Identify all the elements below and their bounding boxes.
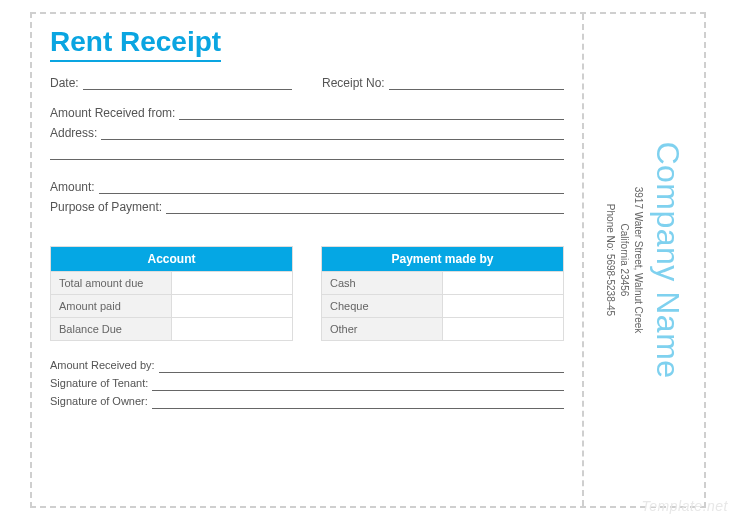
field-address-2 [50, 146, 564, 160]
payment-table: Payment made by Cash Cheque Other [321, 246, 564, 341]
field-amount: Amount: [50, 180, 564, 194]
field-receipt-no: Receipt No: [322, 76, 564, 90]
account-row-0: Total amount due [51, 272, 172, 295]
line-address-2[interactable] [50, 146, 564, 160]
line-purpose[interactable] [166, 200, 564, 214]
payment-val-0[interactable] [443, 272, 564, 295]
field-date: Date: [50, 76, 292, 90]
label-receipt-no: Receipt No: [322, 76, 385, 90]
field-address: Address: [50, 126, 564, 140]
label-amount: Amount: [50, 180, 95, 194]
company-region: California 23456 [617, 50, 631, 470]
label-sig-owner: Signature of Owner: [50, 395, 148, 409]
table-row: Total amount due [51, 272, 293, 295]
payment-row-2: Other [322, 318, 443, 341]
account-row-1: Amount paid [51, 295, 172, 318]
tables-row: Account Total amount due Amount paid Bal… [50, 246, 564, 341]
account-table-wrap: Account Total amount due Amount paid Bal… [50, 246, 293, 341]
table-row: Cash [322, 272, 564, 295]
field-purpose: Purpose of Payment: [50, 200, 564, 214]
company-name: Company Name [649, 50, 686, 470]
line-received-by[interactable] [159, 359, 564, 373]
account-val-1[interactable] [172, 295, 293, 318]
payment-header: Payment made by [322, 247, 564, 272]
label-sig-tenant: Signature of Tenant: [50, 377, 148, 391]
account-val-2[interactable] [172, 318, 293, 341]
line-amount[interactable] [99, 180, 564, 194]
account-table: Account Total amount due Amount paid Bal… [50, 246, 293, 341]
line-address-1[interactable] [101, 126, 564, 140]
label-amount-received-from: Amount Received from: [50, 106, 175, 120]
account-row-2: Balance Due [51, 318, 172, 341]
receipt-main: Rent Receipt Date: Receipt No: Amount Re… [32, 14, 582, 506]
company-phone: Phone No: 5698-5238-45 [603, 50, 617, 470]
label-address: Address: [50, 126, 97, 140]
sig-received-by: Amount Received by: [50, 359, 564, 373]
watermark: Template.net [642, 498, 728, 514]
line-amount-received-from[interactable] [179, 106, 564, 120]
company-street: 3917 Water Street, Walnut Creek [631, 50, 645, 470]
label-date: Date: [50, 76, 79, 90]
table-row: Cheque [322, 295, 564, 318]
payment-val-1[interactable] [443, 295, 564, 318]
line-receipt-no[interactable] [389, 76, 564, 90]
payment-row-0: Cash [322, 272, 443, 295]
label-received-by: Amount Received by: [50, 359, 155, 373]
sig-tenant: Signature of Tenant: [50, 377, 564, 391]
stub-inner: Company Name 3917 Water Street, Walnut C… [603, 50, 686, 470]
receipt-sheet: Rent Receipt Date: Receipt No: Amount Re… [30, 12, 706, 508]
field-amount-received-from: Amount Received from: [50, 106, 564, 120]
label-purpose: Purpose of Payment: [50, 200, 162, 214]
line-sig-tenant[interactable] [152, 377, 564, 391]
receipt-stub: Company Name 3917 Water Street, Walnut C… [582, 14, 704, 506]
account-val-0[interactable] [172, 272, 293, 295]
row-date-receipt: Date: Receipt No: [50, 76, 564, 90]
table-row: Other [322, 318, 564, 341]
sig-owner: Signature of Owner: [50, 395, 564, 409]
table-row: Amount paid [51, 295, 293, 318]
payment-row-1: Cheque [322, 295, 443, 318]
table-row: Balance Due [51, 318, 293, 341]
line-sig-owner[interactable] [152, 395, 564, 409]
account-header: Account [51, 247, 293, 272]
line-date[interactable] [83, 76, 292, 90]
document-title: Rent Receipt [50, 26, 221, 62]
payment-table-wrap: Payment made by Cash Cheque Other [321, 246, 564, 341]
payment-val-2[interactable] [443, 318, 564, 341]
